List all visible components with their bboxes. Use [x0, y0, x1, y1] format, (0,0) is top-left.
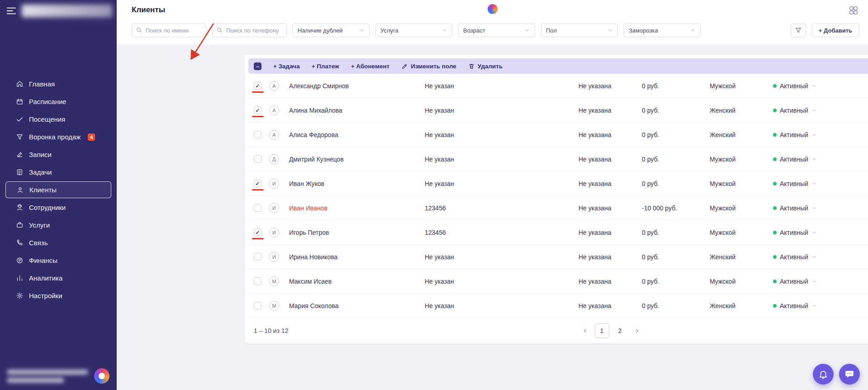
- avatar: И: [269, 228, 279, 238]
- row-checkbox[interactable]: [254, 277, 261, 285]
- add-payment-button[interactable]: + Платеж: [312, 63, 339, 70]
- chevron-down-icon: [359, 28, 365, 33]
- funnel-icon: [15, 133, 24, 141]
- client-name[interactable]: Алина Михайлова: [289, 107, 425, 114]
- status-dot-icon: [773, 157, 777, 161]
- row-checkbox[interactable]: [254, 155, 261, 163]
- select-all-checkbox[interactable]: [254, 62, 261, 70]
- apps-grid-icon[interactable]: [848, 5, 859, 16]
- status-dropdown[interactable]: Активный: [773, 205, 868, 212]
- finance-icon: [15, 257, 24, 265]
- clients-table: ААлександр СмирновНе указанНе указана0 р…: [248, 74, 868, 318]
- status-dropdown[interactable]: Активный: [773, 253, 868, 261]
- row-checkbox[interactable]: [254, 106, 261, 114]
- sidebar-item-analytics[interactable]: Аналитика: [0, 269, 117, 287]
- status-dropdown[interactable]: Активный: [773, 229, 868, 236]
- edit-field-button[interactable]: Изменить поле: [401, 63, 456, 70]
- client-name[interactable]: Иван Жуков: [289, 180, 425, 187]
- client-name[interactable]: Алиса Федорова: [289, 131, 425, 138]
- sidebar-item-edit[interactable]: Записи: [0, 146, 117, 163]
- sidebar-item-services[interactable]: Услуги: [0, 216, 117, 234]
- sidebar-item-label: Записи: [29, 151, 52, 158]
- table-row[interactable]: ММаксим ИсаевНе указанНе указана0 руб.Му…: [248, 269, 868, 294]
- sidebar-item-phone[interactable]: Связь: [0, 234, 117, 252]
- client-name[interactable]: Игорь Петров: [289, 229, 425, 236]
- sidebar-item-settings[interactable]: Настройки: [0, 287, 117, 304]
- sidebar-item-funnel[interactable]: Воронка продаж4: [0, 128, 117, 146]
- table-row[interactable]: ААлександр СмирновНе указанНе указана0 р…: [248, 74, 868, 98]
- add-client-button[interactable]: + Добавить: [812, 24, 859, 37]
- status-label: Активный: [780, 156, 808, 163]
- filter-dropdown-0[interactable]: Наличие дублей: [293, 24, 370, 37]
- table-row[interactable]: ДДмитрий КузнецовНе указанНе указана0 ру…: [248, 147, 868, 171]
- row-checkbox[interactable]: [254, 228, 261, 236]
- add-subscription-button[interactable]: + Абонемент: [351, 63, 390, 70]
- status-dropdown[interactable]: Активный: [773, 156, 868, 163]
- status-dropdown[interactable]: Активный: [773, 107, 868, 114]
- client-name[interactable]: Мария Соколова: [289, 302, 425, 309]
- filter-dropdown-1[interactable]: Услуга: [375, 24, 452, 37]
- filter-dropdown-3[interactable]: Пол: [541, 24, 618, 37]
- sidebar-item-check[interactable]: Посещения: [0, 110, 117, 128]
- edit-icon: [15, 151, 24, 159]
- row-checkbox[interactable]: [254, 82, 261, 90]
- page-2[interactable]: 2: [613, 323, 627, 338]
- row-checkbox[interactable]: [254, 131, 261, 138]
- status-dropdown[interactable]: Активный: [773, 82, 868, 90]
- client-name[interactable]: Максим Исаев: [289, 278, 425, 285]
- sidebar-item-finance[interactable]: Финансы: [0, 252, 117, 269]
- table-row[interactable]: ИИрина НовиковаНе указанНе указана0 руб.…: [248, 245, 868, 269]
- table-row[interactable]: ААлиса ФедороваНе указанНе указана0 руб.…: [248, 123, 868, 147]
- sidebar-item-home[interactable]: Главная: [0, 75, 117, 93]
- menu-toggle-icon[interactable]: [6, 6, 17, 15]
- prev-page-icon[interactable]: [579, 323, 591, 338]
- chat-button[interactable]: [839, 364, 860, 385]
- status-dropdown[interactable]: Активный: [773, 180, 868, 187]
- filter-dropdown-4[interactable]: Заморозка: [624, 24, 701, 37]
- sidebar-item-clients[interactable]: Клиенты: [5, 181, 111, 198]
- table-row[interactable]: ИИван Иванов123456Не указана-10 000 руб.…: [248, 196, 868, 220]
- status-label: Активный: [780, 107, 808, 114]
- row-checkbox[interactable]: [254, 180, 261, 187]
- notifications-button[interactable]: [813, 364, 834, 385]
- search-name-input[interactable]: [132, 24, 206, 37]
- sidebar-item-label: Услуги: [29, 221, 50, 229]
- table-row[interactable]: ААлина МихайловаНе указанНе указана0 руб…: [248, 98, 868, 123]
- table-row[interactable]: ММария СоколоваНе указанНе указана0 руб.…: [248, 294, 868, 318]
- row-checkbox[interactable]: [254, 204, 261, 212]
- status-dropdown[interactable]: Активный: [773, 278, 868, 285]
- client-gender: Мужской: [710, 205, 773, 212]
- status-label: Активный: [780, 131, 808, 138]
- delete-button[interactable]: Удалить: [468, 63, 503, 70]
- sidebar-item-label: Расписание: [29, 98, 66, 105]
- sidebar-item-staff[interactable]: Сотрудники: [0, 199, 117, 216]
- client-name[interactable]: Дмитрий Кузнецов: [289, 156, 425, 163]
- sidebar-item-tasks[interactable]: Задачи: [0, 163, 117, 181]
- status-dropdown[interactable]: Активный: [773, 302, 868, 309]
- row-checkbox[interactable]: [254, 302, 261, 309]
- client-gender: Женский: [710, 107, 773, 114]
- brand-logo: [94, 368, 109, 384]
- dropdown-label: Пол: [546, 27, 557, 34]
- status-label: Активный: [780, 205, 808, 212]
- dropdown-label: Услуга: [380, 27, 398, 34]
- client-balance: 0 руб.: [642, 229, 710, 236]
- sidebar-item-calendar[interactable]: Расписание: [0, 93, 117, 110]
- client-name[interactable]: Иван Иванов: [289, 205, 425, 212]
- client-name[interactable]: Ирина Новикова: [289, 253, 425, 261]
- filter-icon[interactable]: [791, 24, 806, 37]
- table-row[interactable]: ИИван ЖуковНе указанНе указана0 руб.Мужс…: [248, 171, 868, 196]
- status-dropdown[interactable]: Активный: [773, 131, 868, 138]
- client-name[interactable]: Александр Смирнов: [289, 82, 425, 90]
- client-balance: 0 руб.: [642, 253, 710, 261]
- add-task-button[interactable]: + Задача: [273, 63, 300, 70]
- status-dot-icon: [773, 206, 777, 210]
- chevron-down-icon: [811, 254, 817, 260]
- page-1[interactable]: 1: [595, 323, 609, 338]
- search-phone-input[interactable]: [212, 24, 287, 37]
- filter-dropdown-2[interactable]: Возраст: [458, 24, 535, 37]
- next-page-icon[interactable]: [631, 323, 643, 338]
- table-row[interactable]: ИИгорь Петров123456Не указана0 руб.Мужск…: [248, 220, 868, 245]
- row-checkbox[interactable]: [254, 253, 261, 261]
- status-dot-icon: [773, 133, 777, 137]
